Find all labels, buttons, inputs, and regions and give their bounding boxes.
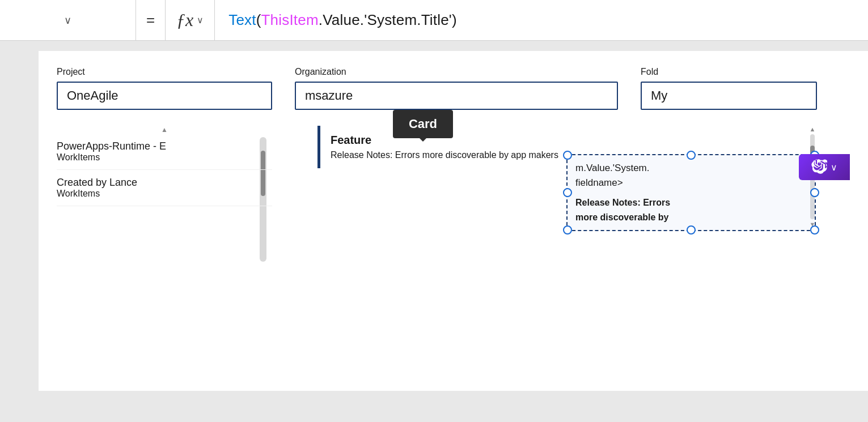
list-item[interactable]: PowerApps-Runtime - E WorkItems — [57, 134, 272, 170]
folder-input[interactable] — [641, 82, 817, 110]
right-area: Feature Release Notes: Errors more disco… — [317, 126, 850, 206]
project-label: Project — [57, 67, 272, 77]
formula-func-text: Text — [228, 11, 256, 28]
fx-label: ƒx — [176, 10, 193, 31]
handle-top-center[interactable] — [687, 151, 696, 160]
formula-quote-text: 'System.Title' — [364, 11, 452, 28]
list-content-area: ▲ PowerApps-Runtime - E WorkItems Create… — [57, 126, 850, 206]
list-item-title-1: PowerApps-Runtime - E — [57, 140, 272, 152]
handle-bot-left[interactable] — [563, 225, 572, 235]
formula-dot-text: .Value. — [319, 11, 364, 28]
formula-expression[interactable]: Text(ThisItem.Value.'System.Title') — [215, 11, 868, 29]
fields-row: Project Organization Fold — [57, 67, 850, 110]
ai-button[interactable]: ∨ — [799, 154, 850, 180]
organization-label: Organization — [295, 67, 618, 77]
organization-field-group: Organization — [295, 67, 618, 110]
card-element[interactable]: m.Value.'System.fieldname> Release Notes… — [566, 154, 816, 231]
card-tooltip: Card — [393, 110, 453, 138]
handle-bot-center[interactable] — [687, 225, 696, 235]
formula-paren-close: ) — [452, 11, 457, 28]
organization-input[interactable] — [295, 82, 618, 110]
handle-top-left[interactable] — [563, 151, 572, 160]
handle-mid-right[interactable] — [810, 188, 819, 197]
list-item-sub-1: WorkItems — [57, 152, 272, 163]
project-field-group: Project — [57, 67, 272, 110]
formula-bar: ∨ = ƒx ∨ Text(ThisItem.Value.'System.Tit… — [0, 0, 868, 41]
right-scroll-up-icon[interactable]: ▲ — [810, 126, 816, 133]
card-formula-text: m.Value.'System.fieldname> — [568, 155, 815, 195]
left-list: PowerApps-Runtime - E WorkItems Created … — [57, 134, 272, 206]
card-content: Release Notes: Errors more discoverable … — [568, 195, 815, 230]
scroll-up-arrow[interactable]: ▲ — [57, 126, 272, 134]
list-item-sub-2: WorkItems — [57, 189, 272, 199]
handle-bot-right[interactable] — [810, 225, 819, 235]
fx-chevron-icon: ∨ — [197, 15, 204, 25]
handle-mid-left[interactable] — [563, 188, 572, 197]
formula-dropdown[interactable]: ∨ — [0, 0, 136, 41]
formula-fx-button[interactable]: ƒx ∨ — [165, 0, 215, 41]
list-item[interactable]: Created by Lance WorkItems — [57, 170, 272, 206]
list-item-title-2: Created by Lance — [57, 177, 272, 189]
ai-chevron-icon: ∨ — [831, 162, 837, 173]
formula-equals: = — [136, 11, 165, 29]
ai-logo-icon — [811, 159, 827, 175]
formula-paren-open: ( — [256, 11, 261, 28]
folder-label: Fold — [641, 67, 817, 77]
card-content-line1: Release Notes: Errors — [575, 198, 670, 207]
formula-param-text: ThisItem — [261, 11, 319, 28]
dropdown-chevron-icon: ∨ — [64, 14, 71, 27]
white-panel: Project Organization Fold ▲ — [39, 51, 868, 391]
folder-field-group: Fold — [641, 67, 817, 110]
card-content-line2: more discoverable by — [575, 212, 669, 222]
main-area: Project Organization Fold ▲ — [0, 51, 868, 422]
project-input[interactable] — [57, 82, 272, 110]
